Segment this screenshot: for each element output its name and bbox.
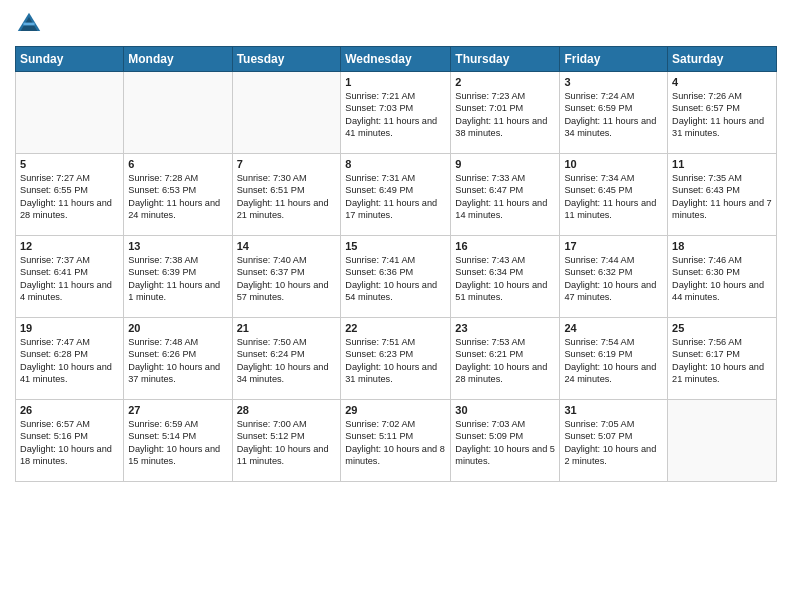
calendar-cell: 25Sunrise: 7:56 AM Sunset: 6:17 PM Dayli… bbox=[668, 318, 777, 400]
calendar-cell bbox=[232, 72, 341, 154]
calendar-cell: 10Sunrise: 7:34 AM Sunset: 6:45 PM Dayli… bbox=[560, 154, 668, 236]
day-info: Sunrise: 7:02 AM Sunset: 5:11 PM Dayligh… bbox=[345, 418, 446, 468]
day-info: Sunrise: 7:30 AM Sunset: 6:51 PM Dayligh… bbox=[237, 172, 337, 222]
day-number: 4 bbox=[672, 76, 772, 88]
day-info: Sunrise: 7:28 AM Sunset: 6:53 PM Dayligh… bbox=[128, 172, 227, 222]
logo-icon bbox=[15, 10, 43, 38]
week-row-5: 26Sunrise: 6:57 AM Sunset: 5:16 PM Dayli… bbox=[16, 400, 777, 482]
calendar-cell: 22Sunrise: 7:51 AM Sunset: 6:23 PM Dayli… bbox=[341, 318, 451, 400]
calendar-cell: 20Sunrise: 7:48 AM Sunset: 6:26 PM Dayli… bbox=[124, 318, 232, 400]
calendar-cell: 8Sunrise: 7:31 AM Sunset: 6:49 PM Daylig… bbox=[341, 154, 451, 236]
day-number: 30 bbox=[455, 404, 555, 416]
day-info: Sunrise: 7:05 AM Sunset: 5:07 PM Dayligh… bbox=[564, 418, 663, 468]
day-info: Sunrise: 7:31 AM Sunset: 6:49 PM Dayligh… bbox=[345, 172, 446, 222]
day-header-monday: Monday bbox=[124, 47, 232, 72]
week-row-2: 5Sunrise: 7:27 AM Sunset: 6:55 PM Daylig… bbox=[16, 154, 777, 236]
calendar-cell: 11Sunrise: 7:35 AM Sunset: 6:43 PM Dayli… bbox=[668, 154, 777, 236]
day-header-thursday: Thursday bbox=[451, 47, 560, 72]
day-number: 11 bbox=[672, 158, 772, 170]
day-number: 18 bbox=[672, 240, 772, 252]
day-info: Sunrise: 7:35 AM Sunset: 6:43 PM Dayligh… bbox=[672, 172, 772, 222]
calendar-cell: 5Sunrise: 7:27 AM Sunset: 6:55 PM Daylig… bbox=[16, 154, 124, 236]
calendar-cell: 27Sunrise: 6:59 AM Sunset: 5:14 PM Dayli… bbox=[124, 400, 232, 482]
calendar-cell: 31Sunrise: 7:05 AM Sunset: 5:07 PM Dayli… bbox=[560, 400, 668, 482]
day-number: 6 bbox=[128, 158, 227, 170]
day-info: Sunrise: 7:48 AM Sunset: 6:26 PM Dayligh… bbox=[128, 336, 227, 386]
calendar-table: SundayMondayTuesdayWednesdayThursdayFrid… bbox=[15, 46, 777, 482]
day-number: 9 bbox=[455, 158, 555, 170]
calendar-cell: 23Sunrise: 7:53 AM Sunset: 6:21 PM Dayli… bbox=[451, 318, 560, 400]
calendar-cell: 29Sunrise: 7:02 AM Sunset: 5:11 PM Dayli… bbox=[341, 400, 451, 482]
day-info: Sunrise: 7:46 AM Sunset: 6:30 PM Dayligh… bbox=[672, 254, 772, 304]
calendar-cell: 9Sunrise: 7:33 AM Sunset: 6:47 PM Daylig… bbox=[451, 154, 560, 236]
day-info: Sunrise: 7:23 AM Sunset: 7:01 PM Dayligh… bbox=[455, 90, 555, 140]
day-info: Sunrise: 7:56 AM Sunset: 6:17 PM Dayligh… bbox=[672, 336, 772, 386]
day-info: Sunrise: 7:33 AM Sunset: 6:47 PM Dayligh… bbox=[455, 172, 555, 222]
calendar-cell: 2Sunrise: 7:23 AM Sunset: 7:01 PM Daylig… bbox=[451, 72, 560, 154]
day-info: Sunrise: 7:40 AM Sunset: 6:37 PM Dayligh… bbox=[237, 254, 337, 304]
day-number: 7 bbox=[237, 158, 337, 170]
day-number: 13 bbox=[128, 240, 227, 252]
day-number: 15 bbox=[345, 240, 446, 252]
calendar-page: SundayMondayTuesdayWednesdayThursdayFrid… bbox=[0, 0, 792, 612]
day-info: Sunrise: 7:00 AM Sunset: 5:12 PM Dayligh… bbox=[237, 418, 337, 468]
header bbox=[15, 10, 777, 38]
day-number: 17 bbox=[564, 240, 663, 252]
calendar-cell: 1Sunrise: 7:21 AM Sunset: 7:03 PM Daylig… bbox=[341, 72, 451, 154]
day-info: Sunrise: 6:59 AM Sunset: 5:14 PM Dayligh… bbox=[128, 418, 227, 468]
day-number: 26 bbox=[20, 404, 119, 416]
calendar-cell: 7Sunrise: 7:30 AM Sunset: 6:51 PM Daylig… bbox=[232, 154, 341, 236]
calendar-cell: 26Sunrise: 6:57 AM Sunset: 5:16 PM Dayli… bbox=[16, 400, 124, 482]
day-info: Sunrise: 7:27 AM Sunset: 6:55 PM Dayligh… bbox=[20, 172, 119, 222]
calendar-cell: 6Sunrise: 7:28 AM Sunset: 6:53 PM Daylig… bbox=[124, 154, 232, 236]
day-info: Sunrise: 7:47 AM Sunset: 6:28 PM Dayligh… bbox=[20, 336, 119, 386]
calendar-cell: 19Sunrise: 7:47 AM Sunset: 6:28 PM Dayli… bbox=[16, 318, 124, 400]
day-number: 28 bbox=[237, 404, 337, 416]
calendar-cell bbox=[16, 72, 124, 154]
day-number: 3 bbox=[564, 76, 663, 88]
calendar-cell bbox=[124, 72, 232, 154]
day-number: 29 bbox=[345, 404, 446, 416]
calendar-cell: 12Sunrise: 7:37 AM Sunset: 6:41 PM Dayli… bbox=[16, 236, 124, 318]
day-number: 25 bbox=[672, 322, 772, 334]
day-number: 23 bbox=[455, 322, 555, 334]
day-info: Sunrise: 7:43 AM Sunset: 6:34 PM Dayligh… bbox=[455, 254, 555, 304]
day-info: Sunrise: 7:38 AM Sunset: 6:39 PM Dayligh… bbox=[128, 254, 227, 304]
calendar-cell bbox=[668, 400, 777, 482]
week-row-3: 12Sunrise: 7:37 AM Sunset: 6:41 PM Dayli… bbox=[16, 236, 777, 318]
calendar-cell: 13Sunrise: 7:38 AM Sunset: 6:39 PM Dayli… bbox=[124, 236, 232, 318]
day-header-tuesday: Tuesday bbox=[232, 47, 341, 72]
day-info: Sunrise: 7:51 AM Sunset: 6:23 PM Dayligh… bbox=[345, 336, 446, 386]
day-number: 14 bbox=[237, 240, 337, 252]
day-number: 20 bbox=[128, 322, 227, 334]
calendar-cell: 21Sunrise: 7:50 AM Sunset: 6:24 PM Dayli… bbox=[232, 318, 341, 400]
calendar-cell: 4Sunrise: 7:26 AM Sunset: 6:57 PM Daylig… bbox=[668, 72, 777, 154]
logo bbox=[15, 10, 45, 38]
calendar-cell: 30Sunrise: 7:03 AM Sunset: 5:09 PM Dayli… bbox=[451, 400, 560, 482]
day-info: Sunrise: 7:34 AM Sunset: 6:45 PM Dayligh… bbox=[564, 172, 663, 222]
day-number: 27 bbox=[128, 404, 227, 416]
day-number: 8 bbox=[345, 158, 446, 170]
day-number: 5 bbox=[20, 158, 119, 170]
days-header-row: SundayMondayTuesdayWednesdayThursdayFrid… bbox=[16, 47, 777, 72]
calendar-cell: 24Sunrise: 7:54 AM Sunset: 6:19 PM Dayli… bbox=[560, 318, 668, 400]
day-header-sunday: Sunday bbox=[16, 47, 124, 72]
day-info: Sunrise: 7:03 AM Sunset: 5:09 PM Dayligh… bbox=[455, 418, 555, 468]
calendar-cell: 14Sunrise: 7:40 AM Sunset: 6:37 PM Dayli… bbox=[232, 236, 341, 318]
day-info: Sunrise: 7:54 AM Sunset: 6:19 PM Dayligh… bbox=[564, 336, 663, 386]
day-info: Sunrise: 7:50 AM Sunset: 6:24 PM Dayligh… bbox=[237, 336, 337, 386]
calendar-cell: 17Sunrise: 7:44 AM Sunset: 6:32 PM Dayli… bbox=[560, 236, 668, 318]
day-info: Sunrise: 7:26 AM Sunset: 6:57 PM Dayligh… bbox=[672, 90, 772, 140]
day-info: Sunrise: 7:53 AM Sunset: 6:21 PM Dayligh… bbox=[455, 336, 555, 386]
day-info: Sunrise: 6:57 AM Sunset: 5:16 PM Dayligh… bbox=[20, 418, 119, 468]
day-number: 10 bbox=[564, 158, 663, 170]
svg-rect-2 bbox=[23, 23, 34, 26]
day-info: Sunrise: 7:41 AM Sunset: 6:36 PM Dayligh… bbox=[345, 254, 446, 304]
day-number: 21 bbox=[237, 322, 337, 334]
day-info: Sunrise: 7:44 AM Sunset: 6:32 PM Dayligh… bbox=[564, 254, 663, 304]
day-number: 2 bbox=[455, 76, 555, 88]
day-number: 24 bbox=[564, 322, 663, 334]
day-number: 16 bbox=[455, 240, 555, 252]
day-number: 1 bbox=[345, 76, 446, 88]
calendar-cell: 28Sunrise: 7:00 AM Sunset: 5:12 PM Dayli… bbox=[232, 400, 341, 482]
